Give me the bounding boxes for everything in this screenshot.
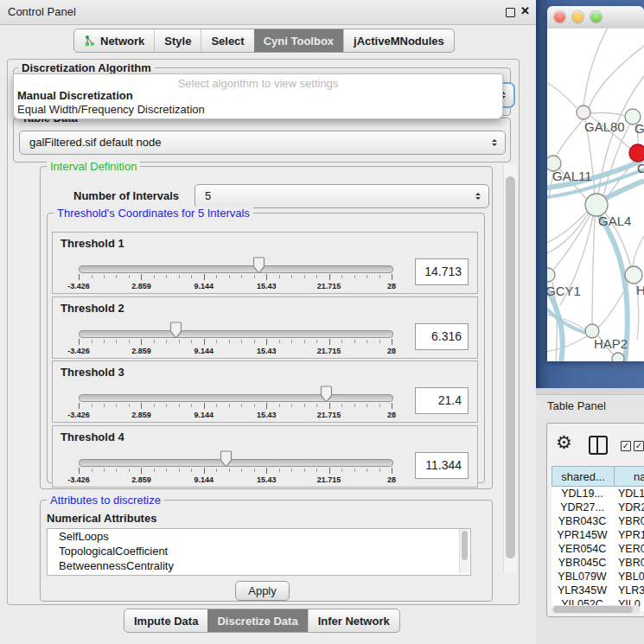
threshold-1-box: Threshold 1-3.4262.8599.14415.4321.71528… xyxy=(52,232,478,294)
threshold-4-slider-track[interactable] xyxy=(79,459,393,467)
network-window-titlebar[interactable] xyxy=(547,6,644,29)
table-hscrollbar-thumb[interactable] xyxy=(553,606,633,613)
minimize-traffic-light-icon[interactable] xyxy=(572,11,583,22)
tick-label: -3.426 xyxy=(67,411,90,419)
gear-icon[interactable]: ⚙ xyxy=(556,433,572,451)
node-unlabeled[interactable] xyxy=(629,144,644,162)
node-label-gal11: GAL11 xyxy=(552,169,592,183)
tick-label: 28 xyxy=(387,475,396,484)
tab-label: Cyni Toolbox xyxy=(264,35,334,48)
threshold-3-value-field[interactable]: 21.4 xyxy=(415,387,469,414)
number-of-intervals-value: 5 xyxy=(205,185,211,207)
tick-label: 2.859 xyxy=(131,347,151,355)
tab-network[interactable]: Network xyxy=(74,29,154,52)
threshold-4-value-field[interactable]: 11.344 xyxy=(415,452,469,479)
table-row[interactable]: YPR145WYPR1 xyxy=(552,528,644,542)
cell-name: YDR2 xyxy=(613,501,644,514)
thresholds-group-title: Threshold's Coordinates for 5 Intervals xyxy=(54,207,253,220)
desktop-gap xyxy=(536,388,644,394)
node-gal80[interactable] xyxy=(577,105,590,119)
threshold-1-slider-handle[interactable] xyxy=(252,257,265,274)
tab-style[interactable]: Style xyxy=(154,29,201,52)
float-window-icon[interactable] xyxy=(506,8,515,17)
tab-select[interactable]: Select xyxy=(201,29,253,52)
tab-label: Select xyxy=(211,35,244,48)
algorithm-dropdown-popup: Select algorithm to view settings Manual… xyxy=(13,73,503,119)
table-row[interactable]: YLR345WYLR3 xyxy=(552,583,644,597)
cell-shared-name: YDR27... xyxy=(552,501,613,514)
attributes-list-scrollbar[interactable] xyxy=(459,529,469,573)
threshold-2-box: Threshold 2-3.4262.8599.14415.4321.71528… xyxy=(52,296,478,359)
apply-button[interactable]: Apply xyxy=(235,581,290,601)
table-data-combo[interactable]: galFiltered.sif default node xyxy=(19,131,506,155)
list-item-topologicalcoefficient[interactable]: TopologicalCoefficient xyxy=(48,544,470,558)
node-label-hap2: HAP2 xyxy=(594,336,628,351)
tab-cyni-toolbox[interactable]: Cyni Toolbox xyxy=(254,29,343,52)
column-header-2[interactable]: na xyxy=(615,466,644,487)
table-horizontal-scrollbar[interactable] xyxy=(552,605,641,614)
tab-jactivemnodules[interactable]: jActiveMNodules xyxy=(343,29,454,52)
table-row[interactable]: YER054CYER0 xyxy=(552,542,644,556)
split-columns-icon[interactable] xyxy=(589,436,608,455)
threshold-2-value-field[interactable]: 6.316 xyxy=(415,323,469,350)
control-panel-titlebar xyxy=(0,0,536,25)
tab-impute-data[interactable]: Impute Data xyxy=(124,609,207,632)
edge xyxy=(547,213,589,255)
cell-name: YBR0 xyxy=(613,556,644,570)
threshold-4-slider-handle[interactable] xyxy=(220,450,233,468)
table-row[interactable]: YBR045CYBR0 xyxy=(552,556,644,570)
tab-infer-network[interactable]: Infer Network xyxy=(308,609,399,632)
tab-discretize-data[interactable]: Discretize Data xyxy=(207,609,307,632)
tick-label: 9.144 xyxy=(194,282,214,290)
algorithm-option-manual-discretization[interactable]: Manual Discretization xyxy=(17,89,133,102)
node-label-h: H xyxy=(636,283,644,297)
top-tab-bar: NetworkStyleSelectCyni ToolboxjActiveMNo… xyxy=(73,29,455,53)
edge xyxy=(547,305,585,333)
threshold-label: Threshold 4 xyxy=(61,430,124,443)
node-table: shared...naYDL19...YDL1YDR27...YDR2YBR04… xyxy=(552,466,644,611)
cell-name: YLR3 xyxy=(613,583,644,597)
algorithm-option-equal-width-frequency-discretization[interactable]: Equal Width/Frequency Discretization xyxy=(17,103,205,116)
table-row[interactable]: YBR043CYBR0 xyxy=(552,514,644,528)
threshold-1-value-field[interactable]: 14.713 xyxy=(415,258,469,285)
threshold-4-box: Threshold 4-3.4262.8599.14415.4321.71528… xyxy=(52,425,478,488)
zoom-traffic-light-icon[interactable] xyxy=(590,11,602,22)
list-item-selfloops[interactable]: SelfLoops xyxy=(48,529,470,544)
threshold-2-slider-track[interactable] xyxy=(79,330,393,338)
network-view-window: GAL80GACGAL11GAL4GCY1HHAP2 xyxy=(547,6,644,361)
tab-label: Network xyxy=(100,35,144,48)
table-row[interactable]: YBL079WYBL0 xyxy=(552,570,644,583)
close-icon[interactable]: ✕ xyxy=(520,4,530,17)
node-gcy1[interactable] xyxy=(547,268,555,282)
table-row[interactable]: YDL19...YDL1 xyxy=(552,487,644,501)
tick-label: 28 xyxy=(387,411,396,419)
numerical-attributes-list[interactable]: SelfLoopsTopologicalCoefficientBetweenne… xyxy=(47,528,471,576)
tick-label: 28 xyxy=(387,347,396,355)
threshold-1-slider-track[interactable] xyxy=(79,265,393,273)
tick-label: -3.426 xyxy=(67,347,90,355)
column-header-1[interactable]: shared... xyxy=(552,466,615,487)
close-traffic-light-icon[interactable] xyxy=(554,11,565,22)
tab-label: Impute Data xyxy=(134,615,198,628)
table-row[interactable]: YDR27...YDR2 xyxy=(552,501,644,514)
network-canvas[interactable]: GAL80GACGAL11GAL4GCY1HHAP2 xyxy=(547,29,644,361)
interval-definition-title: Interval Definition xyxy=(47,160,140,173)
table-header-row: shared...na xyxy=(552,466,644,487)
cell-shared-name: YDL19... xyxy=(552,487,613,501)
checkbox-icon[interactable]: ✓ xyxy=(634,441,644,451)
threshold-3-slider-handle[interactable] xyxy=(320,386,333,403)
threshold-3-slider-track[interactable] xyxy=(79,394,393,402)
checkbox-icon[interactable]: ✓ xyxy=(621,441,631,451)
node-h[interactable] xyxy=(625,266,642,284)
panel-scrollbar[interactable] xyxy=(503,164,517,572)
threshold-2-slider-handle[interactable] xyxy=(169,322,182,339)
number-of-intervals-combo[interactable]: 5 xyxy=(194,184,489,208)
list-item-betweennesscentrality[interactable]: BetweennessCentrality xyxy=(48,558,470,573)
node-unlabeled[interactable] xyxy=(612,353,624,361)
bottom-tab-bar: Impute DataDiscretize DataInfer Network xyxy=(124,609,400,633)
panel-scrollbar-thumb[interactable] xyxy=(506,176,515,558)
table-panel: ⚙ ✓ ✓ shared...naYDL19...YDL1YDR27...YDR… xyxy=(546,423,644,617)
attributes-list-scrollbar-thumb[interactable] xyxy=(462,531,468,560)
network-icon xyxy=(84,35,96,48)
tick-label: 21.715 xyxy=(317,411,341,419)
